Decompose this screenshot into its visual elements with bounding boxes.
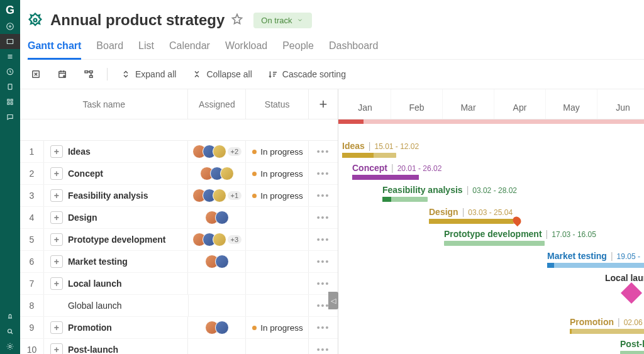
row-actions-button[interactable]: ••• — [309, 185, 338, 206]
clock-icon[interactable] — [0, 64, 20, 79]
table-row[interactable]: 8Global launch••• — [20, 295, 338, 317]
gantt-bar[interactable] — [352, 175, 419, 180]
collapse-all-button[interactable]: Collapse all — [189, 66, 254, 82]
tab-people[interactable]: People — [282, 36, 314, 59]
col-assigned[interactable]: Assigned — [188, 89, 246, 119]
expand-button[interactable]: + — [50, 211, 63, 224]
assigned-cell[interactable] — [188, 207, 246, 228]
status-cell[interactable] — [246, 295, 309, 316]
search-icon[interactable] — [0, 324, 20, 339]
task-name-cell[interactable]: +Market testing — [44, 251, 189, 272]
col-status[interactable]: Status — [246, 89, 309, 119]
status-cell[interactable] — [246, 229, 309, 250]
filter-button[interactable] — [28, 66, 44, 82]
expand-button[interactable]: + — [50, 145, 63, 158]
row-actions-button[interactable]: ••• — [309, 317, 338, 338]
assigned-cell[interactable] — [188, 273, 246, 294]
table-row[interactable]: 10+Post-launch••• — [20, 339, 338, 354]
tab-board[interactable]: Board — [96, 36, 123, 59]
task-name-cell[interactable]: +Local launch — [44, 273, 189, 294]
gantt-bar[interactable] — [444, 241, 545, 246]
grid-icon[interactable] — [0, 94, 20, 109]
status-cell[interactable] — [246, 339, 309, 354]
tab-workload[interactable]: Workload — [225, 36, 267, 59]
tab-dashboard[interactable]: Dashboard — [329, 36, 378, 59]
gantt-bar[interactable] — [382, 197, 428, 202]
assigned-cell[interactable] — [188, 163, 246, 184]
row-actions-button[interactable]: ••• — [309, 229, 338, 250]
assigned-cell[interactable] — [188, 317, 246, 338]
bell-icon[interactable] — [0, 309, 20, 324]
expand-button[interactable]: + — [50, 167, 63, 180]
doc-icon[interactable] — [0, 79, 20, 94]
task-name-cell[interactable]: +Post-launch — [44, 339, 189, 354]
gantt-bar[interactable] — [547, 263, 644, 268]
assigned-cell[interactable]: +1 — [188, 185, 246, 206]
tab-list[interactable]: List — [138, 36, 154, 59]
task-name-cell[interactable]: +Feasibility analysis — [44, 185, 189, 206]
gantt-bar[interactable] — [620, 351, 644, 354]
table-row[interactable]: 1+Ideas+2In progress••• — [20, 141, 338, 163]
assigned-cell[interactable]: +3 — [188, 229, 246, 250]
status-cell[interactable]: In progress — [246, 141, 309, 162]
task-name-cell[interactable]: +Promotion — [44, 317, 189, 338]
task-name-cell[interactable]: +Prototype development — [44, 229, 189, 250]
status-cell[interactable]: In progress — [246, 163, 309, 184]
hierarchy-button[interactable] — [80, 66, 97, 82]
today-button[interactable] — [54, 66, 70, 82]
more-assignees-badge[interactable]: +1 — [228, 191, 242, 200]
status-dropdown[interactable]: On track — [253, 13, 312, 28]
table-row[interactable]: 5+Prototype development+3••• — [20, 229, 338, 251]
task-name-cell[interactable]: +Design — [44, 207, 189, 228]
table-row[interactable]: 4+Design••• — [20, 207, 338, 229]
status-cell[interactable] — [246, 207, 309, 228]
row-actions-button[interactable]: ••• — [309, 163, 338, 184]
gantt-chart[interactable]: JanFebMarAprMayJunJ Ideas | 15.01 - 12.0… — [338, 89, 644, 354]
row-actions-button[interactable]: ••• — [309, 273, 338, 294]
folder-icon[interactable] — [0, 34, 20, 49]
more-assignees-badge[interactable]: +3 — [228, 235, 242, 244]
table-row[interactable]: 3+Feasibility analysis+1In progress••• — [20, 185, 338, 207]
assigned-cell[interactable]: +2 — [188, 141, 246, 162]
tab-gantt[interactable]: Gantt chart — [28, 36, 81, 60]
expand-button[interactable]: + — [50, 189, 63, 202]
table-row[interactable]: 2+ConceptIn progress••• — [20, 163, 338, 185]
gantt-bar[interactable] — [342, 153, 396, 158]
task-name-cell[interactable]: +Concept — [44, 163, 189, 184]
add-column-button[interactable]: + — [309, 89, 338, 119]
assigned-cell[interactable] — [188, 339, 246, 354]
table-row[interactable]: 7+Local launch••• — [20, 273, 338, 295]
add-icon[interactable] — [0, 19, 20, 34]
collapse-panel-handle[interactable]: ◁ — [328, 292, 338, 309]
table-row[interactable]: 6+Market testing••• — [20, 251, 338, 273]
expand-button[interactable]: + — [50, 233, 63, 246]
tab-calendar[interactable]: Calendar — [169, 36, 210, 59]
table-row[interactable]: 9+PromotionIn progress••• — [20, 317, 338, 339]
cascade-sort-button[interactable]: Cascade sorting — [265, 66, 348, 82]
expand-button[interactable]: + — [50, 343, 63, 354]
expand-button[interactable]: + — [50, 277, 63, 290]
star-icon[interactable] — [231, 13, 243, 28]
status-cell[interactable] — [246, 273, 309, 294]
row-actions-button[interactable]: ••• — [309, 251, 338, 272]
row-actions-button[interactable]: ••• — [309, 207, 338, 228]
expand-button[interactable]: + — [50, 321, 63, 334]
expand-button[interactable]: + — [50, 255, 63, 268]
gantt-bar[interactable] — [570, 329, 644, 334]
more-assignees-badge[interactable]: +2 — [228, 147, 242, 156]
chat-icon[interactable] — [0, 109, 20, 124]
row-actions-button[interactable]: ••• — [309, 141, 338, 162]
gantt-bar[interactable] — [429, 219, 517, 224]
task-name-cell[interactable]: +Ideas — [44, 141, 189, 162]
assigned-cell[interactable] — [188, 251, 246, 272]
expand-all-button[interactable]: Expand all — [118, 66, 179, 82]
status-cell[interactable]: In progress — [246, 185, 309, 206]
assigned-cell[interactable] — [189, 295, 247, 316]
task-name-cell[interactable]: Global launch — [44, 295, 189, 316]
gear-icon[interactable] — [0, 339, 20, 354]
row-actions-button[interactable]: ••• — [309, 339, 338, 354]
status-cell[interactable] — [246, 251, 309, 272]
col-task[interactable]: Task name — [20, 89, 188, 119]
logo-icon[interactable]: G — [0, 3, 20, 18]
status-cell[interactable]: In progress — [246, 317, 309, 338]
